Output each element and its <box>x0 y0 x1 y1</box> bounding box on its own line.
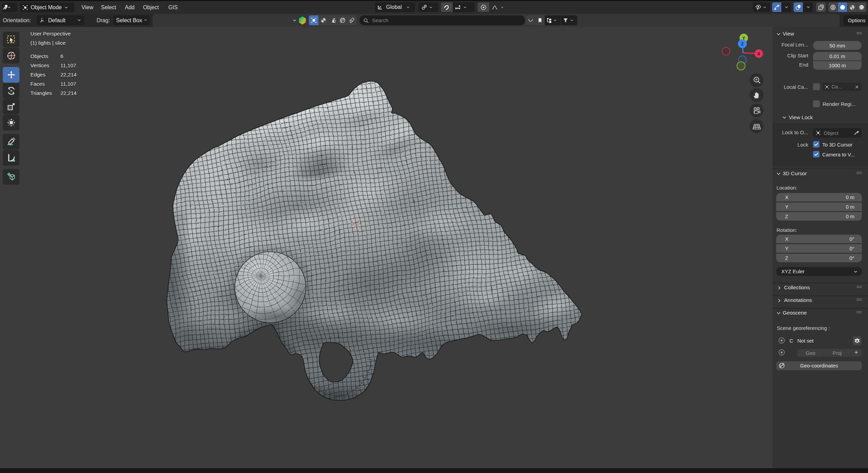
svg-text:X: X <box>757 52 760 56</box>
svg-text:Z: Z <box>741 42 743 46</box>
